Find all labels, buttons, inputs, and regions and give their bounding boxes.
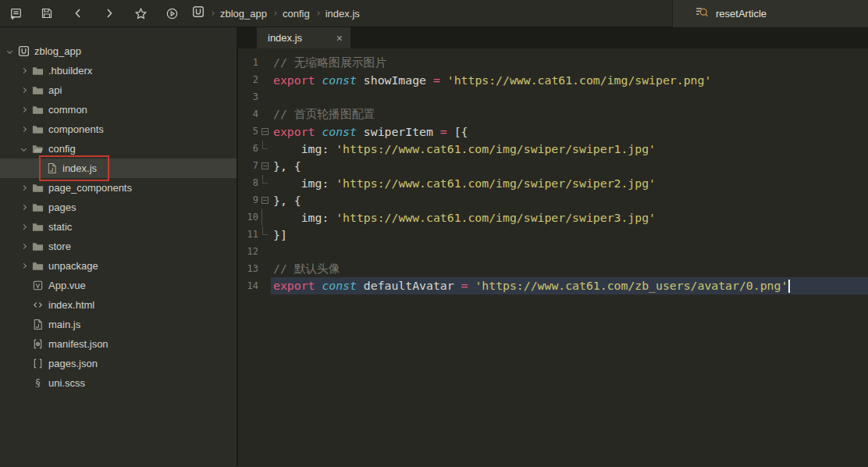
tree-item-label: api [45,84,62,96]
fold-gutter [258,54,271,71]
folder-icon [30,241,45,252]
tree-item-index-html[interactable]: index.html [0,295,237,315]
chevron-down-icon[interactable] [3,49,16,53]
chevron-right-icon [20,107,26,112]
chevron-down-icon[interactable] [17,147,30,151]
folder-icon [30,260,45,272]
code-line-7[interactable]: 7}, { [238,157,868,174]
code-line-6[interactable]: 6 img: 'https://www.cat61.com/img/swiper… [238,140,868,157]
code-line-11[interactable]: 11}] [238,226,868,243]
line-number: 9 [238,194,258,205]
tab-index-js[interactable]: index.js × [257,27,350,48]
uniapp-logo-icon [16,45,31,57]
fold-gutter [258,243,271,260]
code-line-content: img: 'https://www.cat61.com/img/swiper/s… [271,176,656,190]
code-line-14[interactable]: 14export const defaultAvatar = 'https://… [238,277,868,294]
tree-item-label: index.js [59,162,97,174]
code-line-13[interactable]: 13// 默认头像 [238,260,868,277]
code-editor[interactable]: 1// 无缩略图展示图片2export const showImage = 'h… [238,48,868,466]
code-line-4[interactable]: 4// 首页轮播图配置 [238,105,868,123]
chevron-right-icon[interactable] [17,225,30,229]
tree-item-label: .hbuilderx [45,65,92,77]
search-box[interactable]: resetArticle [672,0,868,27]
new-file-button[interactable] [0,0,31,27]
tree-item-static[interactable]: static [0,217,237,237]
tree-item-label: main.js [45,319,80,330]
main-area: zblog_app.hbuilderxapicommoncomponentsco… [0,27,868,466]
back-button[interactable] [62,0,94,27]
code-line-8[interactable]: 8 img: 'https://www.cat61.com/img/swiper… [238,174,868,191]
chevron-right-icon[interactable] [17,69,30,73]
fold-collapse-icon[interactable] [258,191,271,209]
chevron-down-icon [20,146,26,152]
breadcrumb-separator-icon [210,11,215,16]
code-line-3[interactable]: 3 [238,88,868,105]
line-number: 1 [238,57,258,68]
tree-item-store[interactable]: store [0,237,237,256]
chevron-right-icon[interactable] [17,264,30,268]
code-line-2[interactable]: 2export const showImage = 'https://www.c… [238,71,868,88]
line-number: 5 [238,126,258,137]
code-line-10[interactable]: 10 img: 'https://www.cat61.com/img/swipe… [238,209,868,226]
tree-item-label: static [45,221,72,233]
tree-item-main-js[interactable]: main.js [0,315,237,334]
breadcrumb-folder[interactable]: config [283,8,310,20]
tree-item-pages[interactable]: pages [0,198,237,217]
tab-close-icon[interactable]: × [336,33,343,44]
chevron-right-icon[interactable] [17,88,30,92]
search-filter-icon [695,5,709,22]
tree-item-uni-scss[interactable]: §uni.scss [0,373,237,393]
tree-item-app-vue[interactable]: App.vue [0,276,237,295]
fold-collapse-icon[interactable] [258,157,271,174]
toolbar: zblog_app config index.js resetArticle [0,0,868,27]
breadcrumb-project[interactable]: zblog_app [220,8,267,20]
tree-item-index-js[interactable]: index.js [0,159,237,178]
code-line-12[interactable]: 12 [238,243,868,260]
breadcrumb-separator-icon [272,11,277,16]
tree-item-label: App.vue [45,280,86,291]
run-button[interactable] [156,0,187,27]
project-explorer: zblog_app.hbuilderxapicommoncomponentsco… [0,27,238,466]
line-number: 11 [238,229,258,240]
tree-item-api[interactable]: api [0,80,237,100]
fold-collapse-icon [261,128,269,135]
save-button[interactable] [31,0,62,27]
chevron-right-icon [20,68,26,73]
code-line-9[interactable]: 9}, { [238,191,868,209]
file-scss-icon: § [30,377,45,389]
code-line-content: img: 'https://www.cat61.com/img/swiper/s… [271,142,656,155]
tree-item-pages-json[interactable]: pages.json [0,354,237,373]
fold-gutter [258,105,271,123]
tree-item-common[interactable]: common [0,100,237,119]
tree-item-zblog-app[interactable]: zblog_app [0,41,237,61]
save-icon [41,7,53,20]
chevron-right-icon[interactable] [17,127,30,131]
breadcrumb-separator-icon [315,11,320,16]
tree-item-label: pages [45,201,76,213]
chevron-right-icon [20,263,26,269]
chevron-right-icon[interactable] [17,244,30,248]
chevron-right-icon[interactable] [17,108,30,112]
chevron-right-icon[interactable] [17,205,30,209]
forward-button[interactable] [94,0,125,27]
fold-guide-line [261,209,262,226]
tree-item--hbuilderx[interactable]: .hbuilderx [0,61,237,80]
chevron-right-icon[interactable] [17,186,30,190]
tree-item-manifest-json[interactable]: manifest.json [0,334,237,354]
fold-guide-line [258,174,271,191]
tree-item-unpackage[interactable]: unpackage [0,256,237,276]
code-line-1[interactable]: 1// 无缩略图展示图片 [238,54,868,71]
line-number: 14 [238,280,258,291]
favorite-button[interactable] [125,0,156,27]
code-line-content: }, { [271,194,301,207]
code-line-content: // 无缩略图展示图片 [271,55,386,70]
editor-pane: index.js × 1// 无缩略图展示图片2export const sho… [238,27,868,466]
tree-item-components[interactable]: components [0,119,237,139]
code-line-5[interactable]: 5export const swiperItem = [{ [238,123,868,140]
fold-collapse-icon[interactable] [258,123,271,140]
tree-item-page-components[interactable]: page_components [0,178,237,198]
line-number: 13 [238,263,258,274]
breadcrumb-file[interactable]: index.js [326,8,360,20]
tree-item-config[interactable]: config [0,139,237,159]
fold-guide-line [258,140,271,157]
